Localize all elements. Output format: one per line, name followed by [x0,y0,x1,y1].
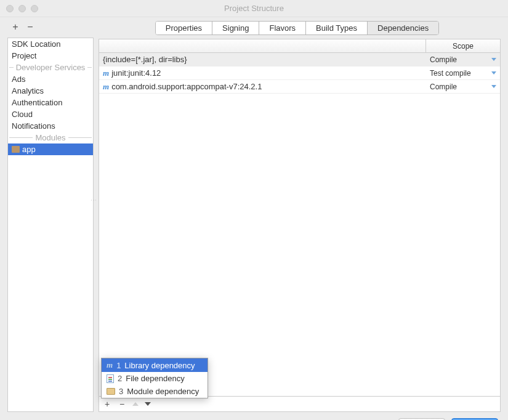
remove-module-button[interactable]: − [26,22,34,33]
sidebar-header-developer-services: Developer Services [8,62,93,73]
popup-item-module-dependency[interactable]: 3 Module dependency [102,385,208,398]
folder-icon [107,388,115,395]
sidebar-item-cloud[interactable]: Cloud [8,108,93,120]
window-controls [6,5,38,12]
sidebar-header-modules: Modules [8,132,93,143]
scope-dropdown[interactable]: Test compile [426,69,500,78]
scope-column-header[interactable]: Scope [426,40,500,52]
add-dependency-popup: m 1 Library dependency 2 File dependency… [101,358,208,398]
maven-icon: m [103,82,109,92]
dependency-text: com.android.support:appcompat-v7:24.2.1 [111,82,262,91]
tab-bar: Properties Signing Flavors Build Types D… [155,21,439,35]
maven-icon: m [107,360,113,370]
scope-dropdown[interactable]: Compile [426,55,500,64]
chevron-down-icon [491,58,496,61]
tab-properties[interactable]: Properties [156,22,212,34]
sidebar-item-notifications[interactable]: Notifications [8,120,93,132]
table-header: Scope [99,39,500,53]
window-title: Project Structure [224,4,284,13]
dependencies-table: Scope {include=[*.jar], dir=libs} Compil… [99,39,501,412]
add-module-button[interactable]: + [11,22,20,33]
move-down-button[interactable] [145,402,151,406]
sidebar-item-authentication[interactable]: Authentication [8,97,93,108]
file-icon [107,374,114,383]
popup-item-file-dependency[interactable]: 2 File dependency [102,372,208,385]
popup-item-library-dependency[interactable]: m 1 Library dependency [102,358,208,372]
add-dependency-button[interactable]: + [103,399,111,409]
move-up-button[interactable] [132,402,139,406]
sidebar-item-project[interactable]: Project [8,50,93,62]
tab-flavors[interactable]: Flavors [259,22,306,34]
table-row[interactable]: m com.android.support:appcompat-v7:24.2.… [99,80,500,94]
minimize-window-button[interactable] [18,5,26,12]
module-folder-icon [12,146,20,153]
scope-dropdown[interactable]: Compile [426,83,500,91]
sidebar-item-analytics[interactable]: Analytics [8,85,93,97]
dialog-footer: Cancel OK [0,412,508,420]
sidebar-item-sdk-location[interactable]: SDK Location [8,38,93,50]
zoom-window-button[interactable] [31,5,38,12]
table-row[interactable]: {include=[*.jar], dir=libs} Compile [99,53,500,67]
titlebar: Project Structure [0,0,508,17]
sidebar-item-app[interactable]: app [8,143,93,155]
tab-dependencies[interactable]: Dependencies [368,22,438,34]
close-window-button[interactable] [6,5,14,12]
sidebar-toolbar: + − [7,17,94,38]
remove-dependency-button[interactable]: − [118,399,126,409]
chevron-down-icon [491,85,496,88]
sidebar-item-ads[interactable]: Ads [8,73,93,85]
tab-signing[interactable]: Signing [212,22,259,34]
maven-icon: m [103,68,109,78]
tab-build-types[interactable]: Build Types [306,22,368,34]
table-row[interactable]: m junit:junit:4.12 Test compile [99,67,500,80]
splitter-handle[interactable]: ⋮ [91,197,97,202]
dependency-text: junit:junit:4.12 [111,68,161,78]
sidebar: SDK Location Project Developer Services … [7,38,94,412]
chevron-down-icon [491,71,496,75]
dependency-text: {include=[*.jar], dir=libs} [103,55,187,64]
